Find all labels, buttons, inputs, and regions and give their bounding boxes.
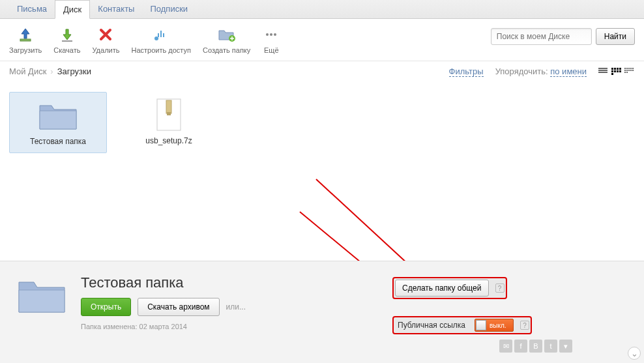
social-icons: ✉ f B t ▾	[394, 340, 576, 353]
more-share-icon[interactable]: ▾	[559, 340, 572, 353]
view-list-icon[interactable]	[598, 68, 609, 76]
view-switcher	[598, 68, 635, 76]
toggle-knob	[476, 320, 486, 330]
toolbar: Загрузить Скачать Удалить Настроить дост…	[0, 19, 644, 61]
more-button[interactable]: Ещё	[262, 25, 280, 54]
breadcrumb-row: Мой Диск › Загрузки Фильтры Упорядочить:…	[0, 61, 644, 81]
share-folder-button[interactable]: Сделать папку общей	[395, 280, 489, 297]
delete-icon	[96, 25, 115, 44]
details-folder-icon	[16, 274, 68, 353]
share-folder-row: Сделать папку общей ?	[394, 278, 506, 298]
facebook-share-icon[interactable]: f	[514, 340, 527, 353]
folder-icon	[37, 99, 79, 132]
newfolder-icon	[218, 25, 236, 44]
download-label: Скачать	[53, 46, 80, 54]
file-name: usb_setup.7z	[145, 136, 192, 145]
newfolder-label: Создать папку	[203, 46, 250, 54]
upload-button[interactable]: Загрузить	[9, 25, 42, 54]
public-link-row: Публичная ссылка выкл. ?	[394, 317, 531, 333]
delete-label: Удалить	[92, 46, 119, 54]
details-modified: Папка изменена: 02 марта 2014	[81, 323, 381, 330]
download-button[interactable]: Скачать	[53, 25, 80, 54]
svg-rect-9	[167, 112, 171, 115]
search-button[interactable]: Найти	[596, 28, 635, 45]
sort-label: Упорядочить:	[495, 66, 548, 76]
file-name: Тестовая папка	[30, 137, 86, 146]
vk-share-icon[interactable]: B	[529, 340, 542, 353]
public-link-label: Публичная ссылка	[395, 319, 468, 331]
toggle-text: выкл.	[490, 322, 506, 329]
files-grid: Тестовая папка usb_setup.7z	[0, 81, 644, 164]
download-icon	[58, 25, 76, 44]
svg-line-10	[316, 179, 417, 272]
svg-point-4	[266, 33, 269, 36]
file-item-archive[interactable]: usb_setup.7z	[120, 92, 218, 152]
tab-mail[interactable]: Письма	[9, 0, 55, 18]
view-large-icon[interactable]	[611, 68, 622, 76]
search-input[interactable]	[491, 28, 592, 45]
breadcrumb-root[interactable]: Мой Диск	[9, 66, 46, 76]
help-icon[interactable]: ?	[495, 283, 505, 293]
newfolder-button[interactable]: Создать папку	[203, 25, 250, 54]
public-link-toggle[interactable]: выкл.	[475, 319, 514, 332]
tab-contacts[interactable]: Контакты	[90, 0, 142, 18]
details-title: Тестовая папка	[81, 274, 381, 291]
svg-point-5	[270, 33, 272, 36]
breadcrumb-current: Загрузки	[57, 66, 91, 76]
archive-icon	[148, 98, 190, 131]
upload-icon	[16, 25, 35, 44]
filters-link[interactable]: Фильтры	[449, 66, 484, 77]
delete-button[interactable]: Удалить	[92, 25, 119, 54]
breadcrumb-sep: ›	[50, 66, 53, 76]
tab-subscriptions[interactable]: Подписки	[142, 0, 196, 18]
access-icon	[152, 25, 170, 44]
svg-rect-0	[20, 39, 31, 41]
svg-point-2	[154, 36, 158, 40]
svg-rect-1	[62, 40, 72, 42]
access-label: Настроить доступ	[131, 46, 190, 54]
download-archive-button[interactable]: Скачать архивом	[138, 298, 219, 316]
more-label: Ещё	[264, 46, 279, 54]
mail-share-icon[interactable]: ✉	[499, 340, 512, 353]
more-icon	[262, 25, 280, 44]
or-text[interactable]: или...	[226, 302, 246, 312]
open-button[interactable]: Открыть	[81, 298, 131, 316]
tab-disk[interactable]: Диск	[55, 0, 90, 19]
sort-value[interactable]: по имени	[550, 66, 587, 77]
top-tabs: Письма Диск Контакты Подписки	[0, 0, 644, 19]
svg-rect-8	[166, 100, 171, 113]
twitter-share-icon[interactable]: t	[544, 340, 557, 353]
expand-panel-button[interactable]: ⌄	[628, 347, 641, 360]
view-small-icon[interactable]	[624, 68, 635, 76]
access-button[interactable]: Настроить доступ	[131, 25, 190, 54]
svg-point-6	[274, 33, 276, 36]
upload-label: Загрузить	[9, 46, 42, 54]
details-panel: Тестовая папка Открыть Скачать архивом и…	[0, 261, 644, 363]
file-item-folder[interactable]: Тестовая папка	[9, 92, 107, 153]
help-icon[interactable]: ?	[520, 321, 529, 330]
